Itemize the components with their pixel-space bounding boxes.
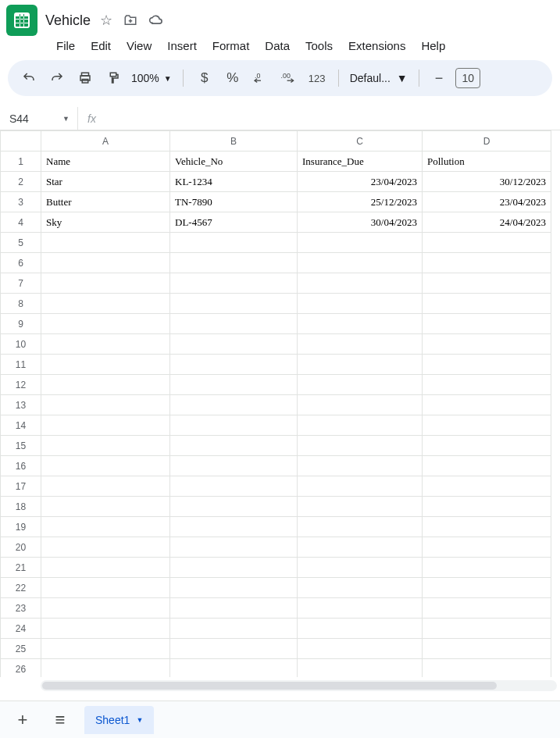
row-header-9[interactable]: 9	[1, 314, 41, 334]
cell-C22[interactable]	[298, 578, 423, 598]
cell-D1[interactable]: Pollution	[423, 152, 551, 172]
cell-B20[interactable]	[170, 537, 298, 558]
cell-B23[interactable]	[170, 598, 298, 619]
increase-decimal-icon[interactable]: .00	[279, 68, 299, 88]
cell-C24[interactable]	[298, 619, 423, 639]
menu-extensions[interactable]: Extensions	[348, 39, 405, 52]
font-family-select[interactable]: Defaul...▼	[350, 72, 408, 84]
menu-edit[interactable]: Edit	[91, 39, 111, 52]
row-header-23[interactable]: 23	[1, 598, 41, 619]
cell-A19[interactable]	[41, 517, 170, 537]
cell-A24[interactable]	[41, 619, 170, 639]
cell-C2[interactable]: 23/04/2023	[298, 172, 423, 192]
cell-D18[interactable]	[423, 497, 551, 517]
cell-B9[interactable]	[170, 314, 298, 334]
cell-D19[interactable]	[423, 517, 551, 537]
cell-A12[interactable]	[41, 375, 170, 395]
undo-icon[interactable]	[19, 68, 39, 88]
cell-A13[interactable]	[41, 395, 170, 415]
add-sheet-button[interactable]: +	[9, 710, 36, 730]
col-header-C[interactable]: C	[298, 131, 423, 152]
cell-B14[interactable]	[170, 415, 298, 436]
cell-D12[interactable]	[423, 375, 551, 395]
cell-C17[interactable]	[298, 476, 423, 497]
row-header-14[interactable]: 14	[1, 415, 41, 436]
cell-A25[interactable]	[41, 639, 170, 659]
cell-A3[interactable]: Butter	[41, 192, 170, 212]
row-header-21[interactable]: 21	[1, 558, 41, 578]
cell-A6[interactable]	[41, 253, 170, 273]
cell-D2[interactable]: 30/12/2023	[423, 172, 551, 192]
sheet-tab-sheet1[interactable]: Sheet1▼	[84, 706, 154, 734]
row-header-17[interactable]: 17	[1, 476, 41, 497]
row-header-7[interactable]: 7	[1, 273, 41, 294]
row-header-22[interactable]: 22	[1, 578, 41, 598]
row-header-26[interactable]: 26	[1, 659, 41, 678]
cell-A23[interactable]	[41, 598, 170, 619]
col-header-B[interactable]: B	[170, 131, 298, 152]
cell-A10[interactable]	[41, 334, 170, 355]
menu-file[interactable]: File	[56, 39, 75, 52]
cloud-icon[interactable]	[148, 12, 164, 28]
cell-B11[interactable]	[170, 355, 298, 375]
cell-C5[interactable]	[298, 233, 423, 253]
spreadsheet-grid[interactable]: ABCD1NameVehicle_NoInsurance_DuePollutio…	[0, 130, 551, 677]
cell-A5[interactable]	[41, 233, 170, 253]
cell-C10[interactable]	[298, 334, 423, 355]
cell-D10[interactable]	[423, 334, 551, 355]
percent-button[interactable]: %	[223, 68, 243, 88]
cell-C8[interactable]	[298, 294, 423, 314]
row-header-5[interactable]: 5	[1, 233, 41, 253]
cell-A15[interactable]	[41, 436, 170, 456]
all-sheets-button[interactable]: ≡	[47, 710, 73, 730]
row-header-1[interactable]: 1	[1, 152, 41, 172]
cell-C20[interactable]	[298, 537, 423, 558]
cell-D25[interactable]	[423, 639, 551, 659]
cell-C9[interactable]	[298, 314, 423, 334]
sheets-logo[interactable]	[6, 5, 37, 36]
cell-D9[interactable]	[423, 314, 551, 334]
cell-C15[interactable]	[298, 436, 423, 456]
cell-A8[interactable]	[41, 294, 170, 314]
cell-A22[interactable]	[41, 578, 170, 598]
cell-D15[interactable]	[423, 436, 551, 456]
row-header-12[interactable]: 12	[1, 375, 41, 395]
cell-A18[interactable]	[41, 497, 170, 517]
cell-B3[interactable]: TN-7890	[170, 192, 298, 212]
cell-B8[interactable]	[170, 294, 298, 314]
decrease-decimal-icon[interactable]: .0	[251, 68, 271, 88]
row-header-3[interactable]: 3	[1, 192, 41, 212]
cell-C16[interactable]	[298, 456, 423, 476]
cell-B1[interactable]: Vehicle_No	[170, 152, 298, 172]
cell-C19[interactable]	[298, 517, 423, 537]
cell-D7[interactable]	[423, 273, 551, 294]
star-icon[interactable]: ☆	[100, 12, 112, 29]
cell-D3[interactable]: 23/04/2023	[423, 192, 551, 212]
row-header-25[interactable]: 25	[1, 639, 41, 659]
cell-A2[interactable]: Star	[41, 172, 170, 192]
menu-view[interactable]: View	[127, 39, 152, 52]
cell-D14[interactable]	[423, 415, 551, 436]
decrease-font-size-button[interactable]: −	[430, 70, 448, 87]
row-header-15[interactable]: 15	[1, 436, 41, 456]
paint-format-icon[interactable]	[103, 68, 123, 88]
cell-B10[interactable]	[170, 334, 298, 355]
cell-D6[interactable]	[423, 253, 551, 273]
cell-C3[interactable]: 25/12/2023	[298, 192, 423, 212]
cell-C11[interactable]	[298, 355, 423, 375]
row-header-20[interactable]: 20	[1, 537, 41, 558]
cell-B7[interactable]	[170, 273, 298, 294]
cell-D5[interactable]	[423, 233, 551, 253]
cell-B15[interactable]	[170, 436, 298, 456]
menu-format[interactable]: Format	[212, 39, 250, 52]
cell-B13[interactable]	[170, 395, 298, 415]
cell-B17[interactable]	[170, 476, 298, 497]
cell-A7[interactable]	[41, 273, 170, 294]
cell-B26[interactable]	[170, 659, 298, 678]
row-header-19[interactable]: 19	[1, 517, 41, 537]
row-header-13[interactable]: 13	[1, 395, 41, 415]
cell-A11[interactable]	[41, 355, 170, 375]
doc-title[interactable]: Vehicle	[45, 12, 91, 29]
cell-C21[interactable]	[298, 558, 423, 578]
cell-B21[interactable]	[170, 558, 298, 578]
